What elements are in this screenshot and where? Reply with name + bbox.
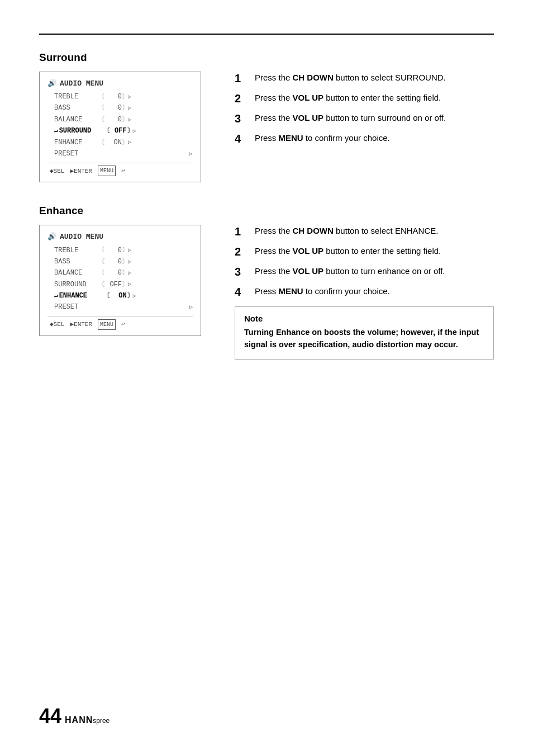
menu-row-treble: TREBLE 〔 0 〕 ▷ bbox=[47, 91, 193, 102]
footer-sel: ◆SEL bbox=[50, 166, 64, 177]
page: Surround 🔊 AUDIO MENU TREBLE 〔 0 〕 ▷ bbox=[0, 0, 533, 756]
surround-steps: 1 Press the CH DOWN button to select SUR… bbox=[235, 72, 494, 182]
enhance-content: 🔊 AUDIO MENU TREBLE 〔 0 〕 ▷ BASS 〔 0 bbox=[39, 225, 494, 360]
enhance-menu-row-bass: BASS 〔 0 〕 ▷ bbox=[47, 256, 193, 267]
surround-step-4: 4 Press MENU to confirm your choice. bbox=[235, 132, 494, 145]
enhance-menu-row-enhance-active: ↵ ENHANCE 〔 ON 〕 ▷ bbox=[47, 290, 193, 301]
footer-enter-2: ▶ENTER bbox=[70, 319, 92, 330]
audio-icon: 🔊 bbox=[47, 78, 56, 90]
surround-step-2: 2 Press the VOL UP button to enter the s… bbox=[235, 92, 494, 105]
brand-container: HANNspree bbox=[65, 715, 110, 725]
brand-main: HANN bbox=[65, 715, 93, 725]
surround-content: 🔊 AUDIO MENU TREBLE 〔 0 〕 ▷ BASS 〔 bbox=[39, 72, 494, 182]
surround-menu-image: 🔊 AUDIO MENU TREBLE 〔 0 〕 ▷ BASS 〔 bbox=[39, 72, 218, 182]
surround-step-1: 1 Press the CH DOWN button to select SUR… bbox=[235, 72, 494, 85]
note-title: Note bbox=[244, 314, 484, 323]
page-footer: 44 HANNspree bbox=[39, 705, 110, 728]
footer-menu: MENU bbox=[98, 166, 116, 176]
surround-title: Surround bbox=[39, 51, 494, 64]
cursor-icon: ↵ bbox=[54, 126, 58, 136]
enhance-menu-row-balance: BALANCE 〔 0 〕 ▷ bbox=[47, 267, 193, 278]
enhance-title: Enhance bbox=[39, 205, 494, 217]
enhance-menu-row-treble: TREBLE 〔 0 〕 ▷ bbox=[47, 245, 193, 256]
menu-row-preset: PRESET ▷ bbox=[47, 148, 193, 159]
enhance-step-4: 4 Press MENU to confirm your choice. bbox=[235, 285, 494, 299]
note-box: Note Turning Enhance on boosts the volum… bbox=[235, 306, 494, 360]
enhance-menu-row-surround: SURROUND 〔 OFF 〕 ▷ bbox=[47, 279, 193, 290]
menu-row-enhance: ENHANCE 〔 ON 〕 ▷ bbox=[47, 137, 193, 148]
audio-icon-2: 🔊 bbox=[47, 231, 56, 243]
note-body: Turning Enhance on boosts the volume; ho… bbox=[244, 327, 484, 351]
top-divider bbox=[39, 34, 494, 35]
enhance-step-3: 3 Press the VOL UP button to turn enhanc… bbox=[235, 265, 494, 278]
enhance-menu-row-preset: PRESET ▷ bbox=[47, 301, 193, 313]
surround-step-3: 3 Press the VOL UP button to turn surrou… bbox=[235, 112, 494, 125]
footer-menu-2: MENU bbox=[98, 319, 116, 330]
enhance-menu-box: 🔊 AUDIO MENU TREBLE 〔 0 〕 ▷ BASS 〔 0 bbox=[39, 225, 201, 336]
enhance-menu-image: 🔊 AUDIO MENU TREBLE 〔 0 〕 ▷ BASS 〔 0 bbox=[39, 225, 218, 360]
enhance-steps-and-note: 1 Press the CH DOWN button to select ENH… bbox=[235, 225, 494, 360]
brand-suffix: spree bbox=[93, 717, 110, 725]
enhance-step-1: 1 Press the CH DOWN button to select ENH… bbox=[235, 225, 494, 238]
cursor-icon-2: ↵ bbox=[54, 291, 58, 301]
menu-row-surround-active: ↵ SURROUND 〔 OFF 〕 ▷ bbox=[47, 125, 193, 136]
enhance-step-2: 2 Press the VOL UP button to enter the s… bbox=[235, 245, 494, 258]
footer-sel-2: ◆SEL bbox=[50, 319, 64, 330]
enhance-menu-footer: ◆SEL ▶ENTER MENU↩ bbox=[47, 316, 193, 330]
menu-row-balance: BALANCE 〔 0 〕 ▷ bbox=[47, 114, 193, 125]
surround-menu-header: 🔊 AUDIO MENU bbox=[47, 78, 193, 90]
footer-enter: ▶ENTER bbox=[70, 166, 92, 177]
page-number: 44 bbox=[39, 705, 61, 728]
surround-section: Surround 🔊 AUDIO MENU TREBLE 〔 0 〕 ▷ bbox=[39, 51, 494, 182]
enhance-section: Enhance 🔊 AUDIO MENU TREBLE 〔 0 〕 ▷ bbox=[39, 205, 494, 360]
enhance-steps-list: 1 Press the CH DOWN button to select ENH… bbox=[235, 225, 494, 299]
menu-row-bass: BASS 〔 0 〕 ▷ bbox=[47, 102, 193, 114]
surround-menu-footer: ◆SEL ▶ENTER MENU↩ bbox=[47, 163, 193, 176]
surround-menu-box: 🔊 AUDIO MENU TREBLE 〔 0 〕 ▷ BASS 〔 bbox=[39, 72, 201, 182]
enhance-menu-header: 🔊 AUDIO MENU bbox=[47, 231, 193, 243]
surround-steps-list: 1 Press the CH DOWN button to select SUR… bbox=[235, 72, 494, 145]
